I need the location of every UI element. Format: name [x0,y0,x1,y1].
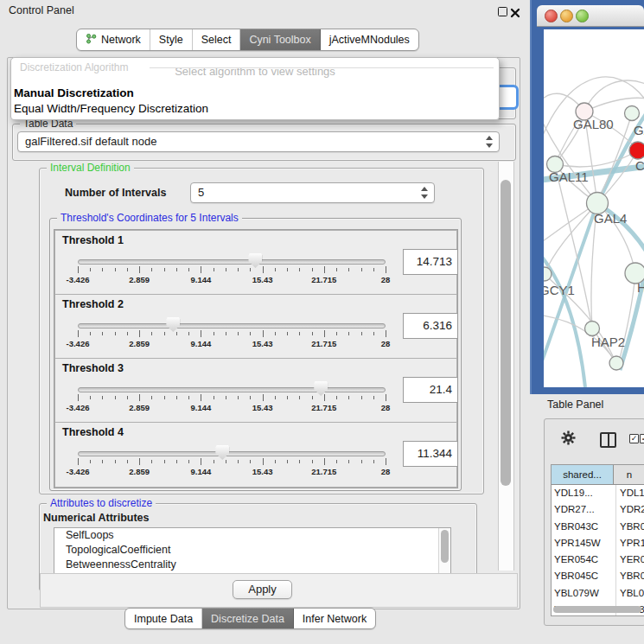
cell[interactable]: YPR1 [616,535,644,552]
combo-value: 5 [198,186,204,199]
threshold-4-value[interactable]: 11.344 [403,441,458,467]
popup-item-manual-discretization[interactable]: Manual Discretization [14,86,134,99]
tick-mark [151,460,152,463]
list-item-selfloops[interactable]: SelfLoops [54,528,450,543]
tab-style[interactable]: Style [150,29,193,50]
tab-label: Select [201,34,232,46]
table-row[interactable]: YBR045CYBR0 [552,568,644,584]
cell[interactable]: YBR0 [616,568,644,584]
zoom-traffic-light[interactable] [576,10,589,22]
threshold-3-box: Threshold 3 -3.4262.8599.14415.4321.7152… [54,358,457,424]
column-header-shared-name[interactable]: shared... [552,465,614,484]
tick-mark [78,266,79,273]
tick-mark [275,332,276,335]
tick-label: 21.715 [311,403,336,412]
tick-mark [386,394,386,401]
node-top-right[interactable] [625,106,640,121]
minimize-traffic-light[interactable] [560,10,573,22]
tab-discretize-data[interactable]: Discretize Data [202,609,294,628]
cell[interactable]: YBL079W [552,585,616,602]
apply-button[interactable]: Apply [233,580,292,599]
tick-mark [78,330,79,337]
table-row[interactable]: YDL19...YDL1 [552,485,644,501]
number-of-intervals-label: Number of Intervals [65,187,166,199]
tick-mark [324,330,325,337]
tab-impute-data[interactable]: Impute Data [125,609,202,628]
threshold-3-value[interactable]: 21.4 [403,377,458,403]
tick-mark [287,332,288,335]
slider-track[interactable] [78,387,386,392]
tick-mark [214,332,214,335]
node-table: shared... n YDL19...YDL1 YDR27...YDR2 YB… [551,464,644,616]
tick-mark [386,330,386,337]
node-bottom[interactable] [609,356,623,370]
checkbox-icon[interactable]: ✓ [629,434,639,443]
list-scrollbar-thumb[interactable] [441,530,449,563]
settings-scrollbar-thumb[interactable] [501,180,511,486]
network-canvas[interactable]: GAL80 GA GAL11 C GAL4 GCY1 HA HAP2 [544,29,644,387]
node-hap2[interactable] [585,322,600,336]
threshold-2-value[interactable]: 6.316 [403,313,458,339]
tick-mark [336,268,337,271]
cell[interactable]: YDR2 [616,501,644,518]
checkbox-icon[interactable]: ✓ [640,434,644,443]
cell[interactable]: YDL19... [552,485,616,501]
cell[interactable]: YBR043C [552,519,616,535]
interval-definition-title: Interval Definition [47,162,134,174]
list-scrollbar[interactable] [438,528,450,574]
close-traffic-light[interactable] [545,10,558,22]
tick-mark [151,396,152,399]
threshold-1-value[interactable]: 14.713 [403,249,458,275]
tick-mark [201,330,201,337]
tick-mark [102,460,103,463]
cell[interactable]: YBL0 [616,585,644,602]
algorithm-popup: Discretization Algorithm Select algorith… [10,57,500,120]
cell[interactable]: YDR27... [552,501,616,518]
tick-label: 21.715 [311,275,336,284]
cell[interactable]: YDL1 [616,485,644,501]
tick-mark [250,268,251,271]
table-data-combobox[interactable]: galFiltered.sif default node [17,131,500,152]
table-row[interactable]: YER054CYER0 [552,552,644,568]
column-visibility-icon[interactable] [600,432,616,448]
table-hscrollbar-thumb[interactable] [553,606,641,613]
node-red-selected[interactable] [629,142,644,159]
attributes-title: Attributes to discretize [47,497,156,509]
number-of-intervals-combobox[interactable]: 5 [190,182,435,203]
tick-mark [324,266,325,273]
cell[interactable]: YBR0 [616,519,644,535]
list-item-betweennesscentrality[interactable]: BetweennessCentrality [54,558,450,572]
numerical-attributes-list[interactable]: SelfLoops TopologicalCoefficient Between… [54,527,451,575]
popup-item-equal-width-frequency[interactable]: Equal Width/Frequency Discretization [14,102,208,115]
cell[interactable]: YER054C [552,552,616,568]
tab-jactivemnodules[interactable]: jActiveMNodules [321,29,418,50]
tab-select[interactable]: Select [193,29,241,50]
cell[interactable]: YER0 [616,552,644,568]
table-row[interactable]: YDR27...YDR2 [552,501,644,518]
float-window-icon[interactable] [498,7,507,16]
tab-cyni-toolbox[interactable]: Cyni Toolbox [240,29,320,50]
column-header-name[interactable]: n [614,465,644,484]
table-row[interactable]: YPR145WYPR1 [552,535,644,552]
cell[interactable]: YPR145W [552,535,616,552]
table-row[interactable]: YBL079WYBL0 [552,585,644,602]
slider-track[interactable] [78,323,386,328]
tick-mark [164,332,165,335]
network-window-titlebar[interactable] [537,5,644,27]
tick-mark [139,330,140,337]
table-row[interactable]: YBR043CYBR0 [552,519,644,535]
tick-label: 21.715 [311,339,336,348]
list-item-topologicalcoefficient[interactable]: TopologicalCoefficient [54,543,450,558]
threshold-label: Threshold 3 [62,362,124,374]
tick-mark [348,396,349,399]
slider-track[interactable] [78,451,386,456]
slider-track[interactable] [78,259,386,265]
tick-mark [164,396,165,399]
tick-mark [164,460,165,463]
close-icon[interactable] [510,6,520,16]
cell[interactable]: YBR045C [552,568,616,584]
tab-infer-network[interactable]: Infer Network [294,609,375,628]
tab-network[interactable]: Network [77,29,150,50]
tick-mark [214,460,214,463]
gear-icon[interactable] [561,430,576,449]
